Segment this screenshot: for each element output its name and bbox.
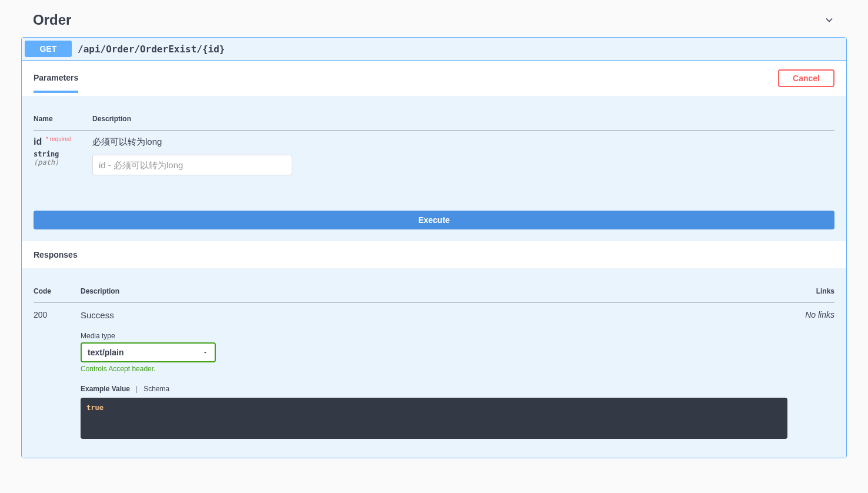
responses-table: Code Description Links 200 Success Media… xyxy=(34,280,834,446)
response-row: 200 Success Media type text/plain Contro… xyxy=(34,303,834,447)
responses-body: Code Description Links 200 Success Media… xyxy=(22,268,846,458)
resp-header-description: Description xyxy=(81,280,787,303)
tab-schema[interactable]: Schema xyxy=(143,385,169,393)
response-description: Success xyxy=(81,310,787,320)
param-input-id[interactable] xyxy=(92,155,292,175)
example-tabs: Example Value | Schema xyxy=(81,385,787,393)
endpoint-path: /api/Order/OrderExist/{id} xyxy=(72,44,843,55)
media-hint: Controls Accept header. xyxy=(81,365,787,373)
tab-example-value[interactable]: Example Value xyxy=(81,385,130,393)
resp-header-code: Code xyxy=(34,280,81,303)
param-required: * required xyxy=(44,136,71,142)
chevron-down-icon xyxy=(823,14,835,26)
cancel-button[interactable]: Cancel xyxy=(778,69,834,87)
media-type-select[interactable]: text/plain xyxy=(81,342,216,362)
example-code-block: true xyxy=(81,398,787,439)
operation-summary[interactable]: GET /api/Order/OrderExist/{id} xyxy=(22,38,846,61)
param-type: string xyxy=(34,147,92,158)
tab-parameters[interactable]: Parameters xyxy=(34,73,78,93)
execute-button[interactable]: Execute xyxy=(34,211,834,229)
media-type-label: Media type xyxy=(81,332,787,340)
parameters-table: Name Description id * required string (p… xyxy=(34,108,834,187)
resp-header-links: Links xyxy=(787,280,834,303)
param-header-name: Name xyxy=(34,108,92,131)
section-title: Order xyxy=(33,12,71,28)
param-description: 必须可以转为long xyxy=(92,136,834,148)
responses-header: Responses xyxy=(22,241,846,268)
param-name: id xyxy=(34,136,42,147)
execute-wrapper: Execute xyxy=(22,199,846,241)
example-body: true xyxy=(86,404,104,412)
param-header-description: Description xyxy=(92,108,834,131)
response-links: No links xyxy=(787,303,834,447)
divider: | xyxy=(136,385,138,393)
section-header[interactable]: Order xyxy=(21,6,847,37)
tab-header: Parameters xyxy=(34,73,78,84)
operation-block: GET /api/Order/OrderExist/{id} Parameter… xyxy=(21,37,847,458)
response-code: 200 xyxy=(34,303,81,447)
param-in: (path) xyxy=(34,158,92,166)
parameters-body: Name Description id * required string (p… xyxy=(22,96,846,199)
http-method-badge: GET xyxy=(25,41,72,57)
parameters-bar: Parameters Cancel xyxy=(22,61,846,96)
param-row: id * required string (path) 必须可以转为long xyxy=(34,131,834,188)
